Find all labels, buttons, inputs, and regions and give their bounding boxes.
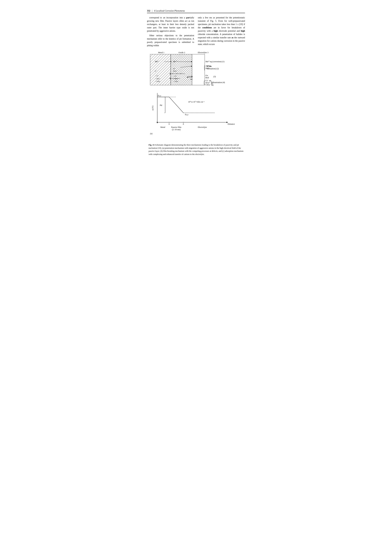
svg-text:←SO₄²⁻: ←SO₄²⁻	[155, 78, 160, 80]
left-para-1: correspond to an incorporation into a pa…	[147, 16, 194, 33]
svg-text:0: 0	[169, 123, 170, 125]
svg-text:(2–10 nm): (2–10 nm)	[172, 128, 181, 131]
svg-text:e⁻: e⁻	[180, 73, 182, 74]
svg-text:E₁,₂: E₁,₂	[158, 94, 161, 97]
svg-text:Me²⁺: Me²⁺	[173, 60, 178, 63]
figure-container: Metal 1 Oxide 2 Electrolyte 3	[147, 50, 245, 156]
svg-text:φ (V): φ (V)	[151, 106, 154, 110]
fig-caption-text: Schematic diagram demonstrating the thre…	[149, 144, 243, 155]
svg-text:Red: Red	[206, 76, 209, 79]
svg-text:SO₄²⁻: SO₄²⁻	[173, 70, 177, 72]
svg-text:e⁻: e⁻	[176, 73, 178, 74]
svg-text:CI⁻ aq: CI⁻ aq	[206, 79, 211, 82]
metal-label: Metal 1	[158, 51, 164, 54]
svg-text:E₂,₃: E₂,₃	[185, 113, 188, 116]
svg-text:Distance: Distance	[228, 123, 235, 125]
svg-text:10⁶ to 10⁷ Volts cm⁻¹: 10⁶ to 10⁷ Volts cm⁻¹	[188, 101, 205, 103]
svg-text:Passive film: Passive film	[171, 126, 181, 128]
fig-caption: Fig. 15 Schematic diagram demonstrating …	[147, 143, 245, 156]
page-number: 332	[147, 10, 150, 12]
svg-text:δ: δ	[183, 123, 184, 125]
oxide-label: Oxide 2	[178, 51, 185, 54]
svg-text:Electrolyte: Electrolyte	[198, 126, 207, 128]
header-separator: |	[152, 9, 152, 12]
svg-text:Penetration (4): Penetration (4)	[213, 81, 225, 84]
svg-text:←CIO₄⁻: ←CIO₄⁻	[155, 80, 161, 82]
content-columns: correspond to an incorporation into a pa…	[147, 16, 245, 47]
svg-text:O²⁻: O²⁻	[173, 68, 176, 70]
svg-text:(Film: (Film	[207, 65, 212, 67]
svg-text:e⁻: e⁻	[172, 73, 174, 74]
svg-text:CIO₄⁻ aq: CIO₄⁻ aq	[206, 84, 213, 86]
left-para-2: Other serious objections to the penetrat…	[147, 34, 194, 47]
svg-line-46	[169, 97, 183, 113]
right-column: only a few ms as presented for the poten…	[198, 16, 245, 47]
svg-text:Metal: Metal	[160, 126, 165, 128]
svg-text:←CI⁻: ←CI⁻	[173, 75, 177, 77]
svg-text:←CIO₄⁻: ←CIO₄⁻	[173, 80, 179, 82]
svg-text:Ox: Ox	[206, 74, 208, 77]
svg-text:e⁻: e⁻	[155, 70, 157, 72]
svg-rect-2	[192, 54, 205, 85]
chapter-title: 4 Localised Corrosion Phenomena	[154, 10, 185, 12]
left-column: correspond to an incorporation into a pa…	[147, 16, 194, 47]
right-para-1: only a few ms as presented for the poten…	[198, 16, 245, 46]
diagram-area: Metal 1 Oxide 2 Electrolyte 3	[147, 50, 245, 142]
electrolyte-label: Electrolyte 3	[198, 51, 208, 54]
page-header: 332 | 4 Localised Corrosion Phenomena	[147, 9, 245, 13]
svg-text:←SO₄²⁻: ←SO₄²⁻	[173, 78, 179, 80]
page: 332 | 4 Localised Corrosion Phenomena co…	[141, 6, 251, 165]
svg-text:(a): (a)	[150, 132, 152, 135]
svg-text:←CI⁻: ←CI⁻	[155, 75, 159, 77]
svg-text:Me²⁻: Me²⁻	[155, 60, 159, 63]
svg-text:formation) (2): formation) (2)	[207, 67, 219, 70]
svg-text:(3): (3)	[213, 75, 216, 78]
svg-text:Me²⁺aq (corrosion) (1): Me²⁺aq (corrosion) (1)	[206, 60, 224, 63]
svg-text:Δφ: Δφ	[160, 104, 162, 106]
fig-label: Fig. 15	[149, 144, 155, 146]
